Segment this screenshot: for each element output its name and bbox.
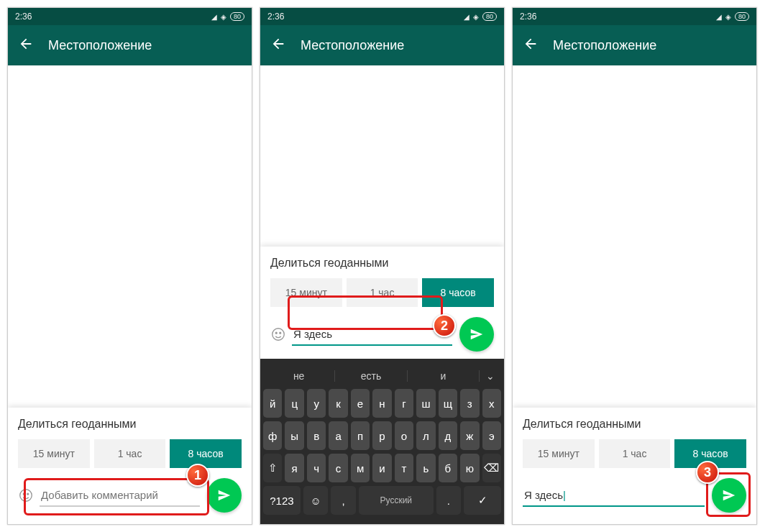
screen-2: 2:36 ◢ ◈ 80 Местоположение [260, 7, 505, 525]
map-area[interactable]: Детский центр развития Lollipop Гарант, … [513, 65, 756, 408]
map-area[interactable]: Гарант, рынок МРЭО № 1 ГИБДД ГУ МВД Росс… [260, 65, 504, 247]
duration-8hours[interactable]: 8 часов [170, 439, 242, 468]
duration-segmented: 15 минут 1 час 8 часов [18, 439, 242, 468]
svg-point-5 [280, 332, 281, 334]
comment-input[interactable] [40, 485, 200, 507]
status-icons: ◢ ◈ 80 [211, 12, 244, 21]
emoji-key[interactable]: ☺ [303, 486, 329, 515]
app-title: Местоположение [48, 38, 152, 53]
step-badge-3: 3 [696, 461, 719, 484]
step-badge-2: 2 [433, 314, 456, 337]
svg-point-4 [275, 332, 277, 334]
soft-keyboard[interactable]: не есть и ⌄ й ц у к е н г ш щ з х [260, 359, 504, 524]
panel-title: Делиться геоданными [270, 257, 494, 270]
wifi-icon: ◈ [725, 13, 731, 21]
duration-15min[interactable]: 15 минут [18, 439, 90, 468]
share-panel: Делиться геоданными 15 минут 1 час 8 час… [260, 247, 504, 359]
comment-input[interactable]: Я здесь| [523, 485, 705, 507]
app-title: Местоположение [301, 38, 404, 53]
svg-point-2 [27, 493, 29, 495]
panel-title: Делиться геоданными [18, 418, 242, 431]
signal-icon: ◢ [464, 13, 469, 21]
duration-1hour[interactable]: 1 час [94, 439, 166, 468]
duration-15min[interactable]: 15 минут [270, 278, 342, 307]
status-bar: 2:36 ◢ ◈ 80 [513, 8, 756, 25]
svg-point-0 [20, 490, 32, 502]
suggestion-2[interactable]: есть [335, 370, 407, 382]
space-key[interactable]: Русский [359, 486, 434, 515]
svg-point-1 [23, 493, 24, 495]
battery-indicator: 80 [230, 12, 244, 21]
duration-segmented: 15 минут 1 час 8 часов [270, 278, 494, 307]
back-icon[interactable] [18, 36, 34, 55]
battery-indicator: 80 [482, 12, 497, 21]
step-badge-1: 1 [186, 464, 209, 487]
app-title: Местоположение [553, 38, 656, 53]
duration-15min[interactable]: 15 минут [523, 439, 595, 468]
send-button[interactable] [207, 478, 242, 513]
screen-3: 2:36 ◢ ◈ 80 Местоположение [512, 7, 757, 525]
comment-input[interactable]: Я здесь [292, 324, 452, 346]
clock: 2:36 [15, 12, 32, 22]
comma-key[interactable]: , [331, 486, 356, 515]
suggestion-3[interactable]: и [408, 370, 480, 382]
symbols-key[interactable]: ?123 [263, 486, 301, 515]
app-bar: Местоположение [8, 25, 252, 65]
panel-title: Делиться геоданными [523, 418, 746, 431]
emoji-icon[interactable] [270, 326, 286, 342]
battery-indicator: 80 [735, 12, 749, 21]
period-key[interactable]: . [436, 486, 462, 515]
signal-icon: ◢ [716, 13, 722, 21]
expand-suggestions-icon[interactable]: ⌄ [480, 370, 501, 382]
enter-key[interactable]: ✓ [464, 486, 501, 515]
share-panel: Делиться геоданными 15 минут 1 час 8 час… [513, 408, 756, 524]
clock: 2:36 [520, 12, 536, 22]
share-panel: Делиться геоданными 15 минут 1 час 8 час… [8, 408, 252, 524]
back-icon[interactable] [523, 36, 539, 55]
duration-8hours[interactable]: 8 часов [422, 278, 494, 307]
app-bar: Местоположение [260, 25, 504, 65]
shift-key[interactable]: ⇧ [263, 454, 282, 482]
status-bar: 2:36 ◢ ◈ 80 [260, 8, 504, 25]
screen-1: 2:36 ◢ ◈ 80 Местоположение [7, 7, 252, 525]
signal-icon: ◢ [211, 13, 217, 21]
backspace-key[interactable]: ⌫ [482, 454, 501, 482]
back-icon[interactable] [270, 36, 286, 55]
suggestion-1[interactable]: не [263, 370, 335, 382]
suggestion-bar[interactable]: не есть и ⌄ [263, 363, 501, 389]
svg-point-3 [272, 329, 285, 341]
status-bar: 2:36 ◢ ◈ 80 [8, 8, 252, 25]
clock: 2:36 [267, 12, 284, 22]
comment-input-holder [18, 485, 200, 507]
duration-1hour[interactable]: 1 час [599, 439, 671, 468]
duration-1hour[interactable]: 1 час [347, 278, 418, 307]
map-area[interactable]: Детский центр развития Lollipop Гарант, … [8, 65, 252, 408]
send-button[interactable] [459, 317, 494, 352]
app-bar: Местоположение [513, 25, 756, 65]
wifi-icon: ◈ [473, 13, 479, 21]
wifi-icon: ◈ [221, 13, 226, 21]
emoji-icon[interactable] [18, 487, 34, 503]
send-button[interactable] [712, 478, 746, 513]
